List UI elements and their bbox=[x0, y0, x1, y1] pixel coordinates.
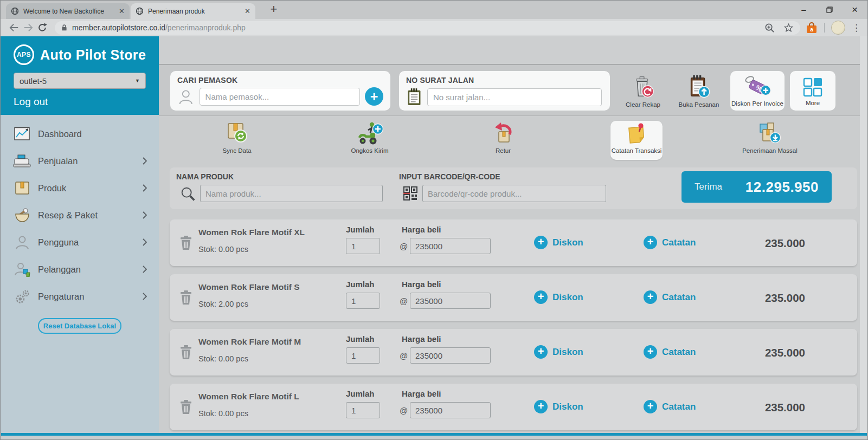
delete-row-icon[interactable] bbox=[179, 290, 192, 305]
sync-data-button[interactable]: Sync Data bbox=[202, 121, 272, 162]
profile-avatar[interactable] bbox=[831, 21, 845, 35]
zoom-page-icon[interactable] bbox=[764, 23, 775, 33]
clipboard-icon bbox=[406, 87, 422, 107]
plus-icon: + bbox=[644, 236, 657, 249]
product-name: Women Rok Flare Motif L bbox=[198, 392, 299, 402]
harga-input[interactable] bbox=[410, 238, 491, 254]
divider bbox=[824, 23, 825, 33]
product-stock: Stok: 2.00 pcs bbox=[198, 300, 248, 308]
delete-row-icon[interactable] bbox=[179, 399, 192, 415]
barcode-input[interactable] bbox=[422, 185, 606, 202]
terima-button[interactable]: Terima 12.295.950 bbox=[681, 171, 832, 203]
tab-welcome-backoffice[interactable]: Welcome to New Backoffice ✕ bbox=[6, 3, 130, 19]
new-tab-button[interactable]: + bbox=[266, 2, 281, 16]
add-diskon-button[interactable]: +Diskon bbox=[534, 236, 583, 249]
diskon-per-invoice-label: Diskon Per Invoice bbox=[731, 100, 783, 107]
tab-penerimaan-produk[interactable]: Penerimaan produk ✕ bbox=[131, 3, 255, 19]
add-catatan-button[interactable]: +Catatan bbox=[644, 345, 696, 359]
harga-input[interactable] bbox=[410, 347, 491, 364]
qty-input[interactable] bbox=[346, 402, 380, 418]
top-band bbox=[159, 36, 867, 65]
restore-icon bbox=[826, 7, 833, 13]
return-box-icon bbox=[491, 121, 516, 146]
bookmark-star-icon[interactable] bbox=[783, 23, 794, 33]
plus-icon: + bbox=[534, 345, 548, 359]
plus-icon: + bbox=[534, 400, 548, 413]
more-button[interactable]: More bbox=[790, 71, 835, 111]
qty-input[interactable] bbox=[346, 293, 380, 309]
sidebar-item-label: Pengaturan bbox=[38, 292, 84, 302]
sidebar-item-produk[interactable]: Produk bbox=[1, 174, 159, 202]
ongkos-kirim-button[interactable]: Ongkos Kirim bbox=[335, 121, 405, 162]
delete-row-icon[interactable] bbox=[179, 235, 192, 250]
reload-button[interactable] bbox=[35, 21, 49, 35]
browser-menu-icon[interactable]: ⋮ bbox=[852, 22, 861, 34]
qty-input[interactable] bbox=[346, 238, 380, 254]
reset-database-button[interactable]: Reset Database Lokal bbox=[38, 318, 121, 334]
pemasok-input[interactable] bbox=[200, 88, 360, 106]
sidebar-item-dashboard[interactable]: Dashboard bbox=[1, 120, 159, 147]
add-catatan-button[interactable]: +Catatan bbox=[644, 290, 696, 304]
toolbar-right: a ⋮ bbox=[806, 21, 861, 35]
plus-icon: + bbox=[644, 345, 657, 359]
harga-input[interactable] bbox=[410, 293, 491, 309]
harga-beli-label: Harga beli bbox=[402, 334, 441, 344]
diskon-per-invoice-button[interactable]: % Diskon Per Invoice bbox=[730, 71, 785, 111]
jumlah-label: Jumlah bbox=[346, 225, 375, 234]
restore-button[interactable] bbox=[816, 1, 842, 18]
tab-close-icon[interactable]: ✕ bbox=[119, 7, 125, 15]
sidebar-item-penjualan[interactable]: Penjualan bbox=[1, 147, 159, 174]
logout-link[interactable]: Log out bbox=[14, 96, 159, 108]
product-row: Women Rok Flare Motif XL Stok: 0.00 pcs … bbox=[170, 219, 857, 266]
at-sign: @ bbox=[400, 242, 408, 251]
sidebar-item-pelanggan[interactable]: Pelanggan bbox=[1, 256, 159, 283]
add-diskon-button[interactable]: +Diskon bbox=[534, 400, 583, 413]
delete-row-icon[interactable] bbox=[179, 345, 192, 360]
product-box-icon bbox=[13, 181, 31, 195]
forward-button[interactable] bbox=[21, 21, 35, 35]
row-total: 235.000 bbox=[765, 346, 805, 359]
at-sign: @ bbox=[400, 351, 408, 360]
minimize-button[interactable]: – bbox=[791, 1, 816, 18]
sidebar-item-label: Produk bbox=[38, 183, 66, 193]
outlet-value: outlet-5 bbox=[20, 76, 47, 86]
window-controls: – × bbox=[791, 1, 867, 18]
product-stock: Stok: 0.00 pcs bbox=[198, 245, 248, 254]
clipboard-upload-icon bbox=[686, 74, 712, 100]
add-catatan-button[interactable]: +Catatan bbox=[644, 236, 696, 249]
dashboard-icon bbox=[13, 127, 31, 141]
address-bar[interactable]: member.autopilotstore.co.id/penerimaanpr… bbox=[55, 21, 800, 35]
nama-produk-input[interactable] bbox=[200, 185, 383, 202]
surat-jalan-input[interactable] bbox=[427, 88, 602, 106]
buka-pesanan-button[interactable]: Buka Pesanan bbox=[672, 71, 726, 111]
qty-input[interactable] bbox=[346, 347, 380, 364]
add-diskon-button[interactable]: +Diskon bbox=[534, 290, 583, 304]
retur-button[interactable]: Retur bbox=[468, 121, 538, 162]
chevron-right-icon bbox=[143, 157, 147, 167]
catatan-transaksi-button[interactable]: Catatan Transaksi bbox=[610, 121, 663, 160]
add-catatan-button[interactable]: +Catatan bbox=[644, 400, 696, 413]
harga-beli-label: Harga beli bbox=[402, 280, 441, 289]
close-window-button[interactable]: × bbox=[842, 1, 867, 18]
product-search-panel: NAMA PRODUK INPUT BARCODE/QR-CODE Terima… bbox=[170, 167, 857, 209]
sidebar-item-pengaturan[interactable]: Pengaturan bbox=[1, 283, 159, 310]
back-button[interactable] bbox=[7, 21, 21, 35]
plus-icon: + bbox=[534, 290, 548, 304]
clear-rekap-button[interactable]: Clear Rekap bbox=[617, 71, 669, 111]
row-total: 235.000 bbox=[765, 237, 805, 250]
add-pemasok-button[interactable]: + bbox=[365, 87, 383, 106]
outlet-select[interactable]: outlet-5 ▼ bbox=[14, 73, 146, 89]
tab-title: Penerimaan produk bbox=[148, 8, 205, 15]
tab-close-icon[interactable]: ✕ bbox=[245, 7, 250, 15]
surat-jalan-label: NO SURAT JALAN bbox=[406, 76, 603, 85]
sidebar-item-resep-paket[interactable]: Resep & Paket bbox=[1, 202, 159, 229]
add-diskon-button[interactable]: +Diskon bbox=[534, 345, 583, 359]
page-scrollbar[interactable] bbox=[860, 36, 867, 436]
harga-input[interactable] bbox=[410, 402, 491, 418]
penerimaan-massal-button[interactable]: Penerimaan Massal bbox=[735, 121, 805, 162]
catatan-label: Catatan bbox=[662, 347, 696, 358]
extension-bag-icon[interactable]: a bbox=[806, 22, 818, 34]
sidebar-item-pengguna[interactable]: Pengguna bbox=[1, 229, 159, 256]
lock-icon bbox=[61, 24, 67, 31]
transaction-toolbar: Sync Data Ongkos Kirim Retur Catatan Tra… bbox=[159, 116, 867, 165]
